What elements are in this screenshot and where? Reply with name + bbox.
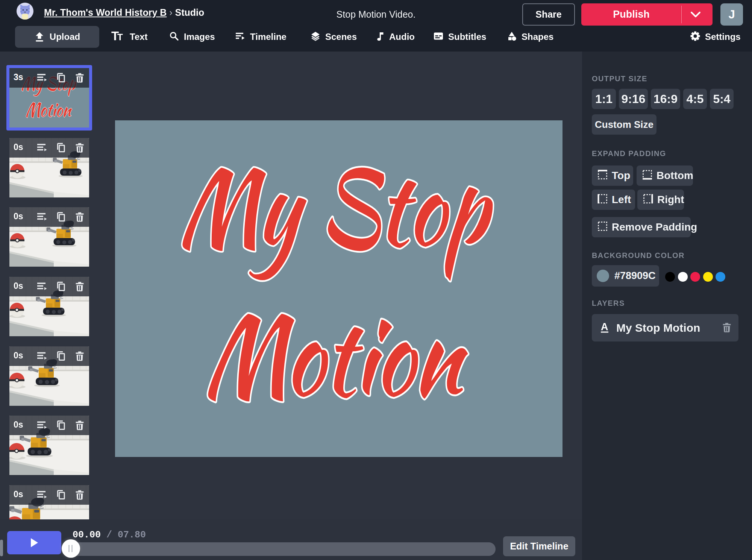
svg-text:T: T <box>117 32 123 41</box>
svg-text:A: A <box>601 322 608 332</box>
